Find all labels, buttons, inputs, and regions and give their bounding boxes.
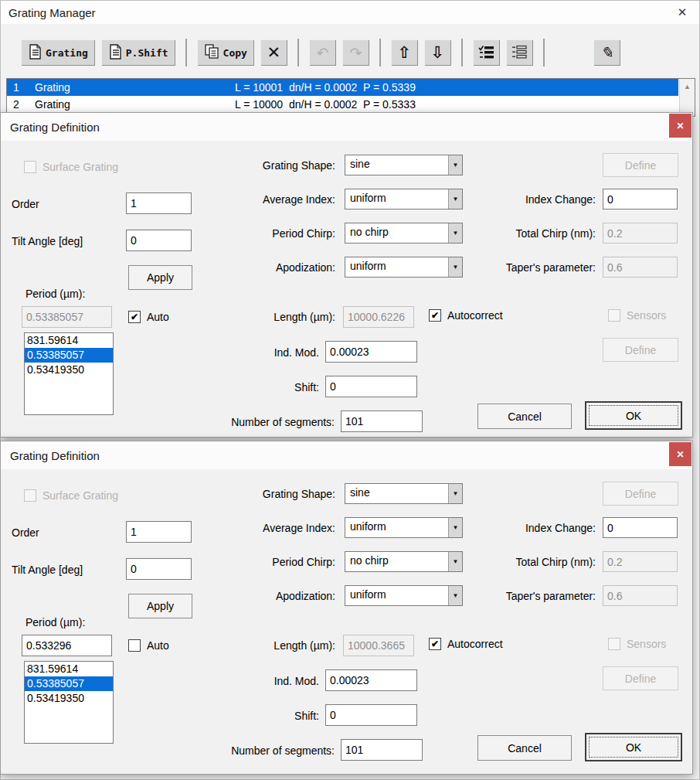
- period-chirp-select[interactable]: no chirp ▼: [345, 223, 463, 244]
- toolbar-separator: [543, 39, 545, 66]
- scrollbar[interactable]: ▲: [679, 79, 695, 116]
- period-option[interactable]: 0.53419350: [25, 363, 113, 377]
- chevron-down-icon[interactable]: ▼: [448, 484, 462, 503]
- checkbox-box[interactable]: ✔: [128, 311, 141, 323]
- grating-shape-select[interactable]: sine ▼: [345, 483, 463, 504]
- autocorrect-checkbox[interactable]: ✔ Autocorrect: [429, 309, 503, 322]
- window-title: Grating Manager: [8, 6, 96, 19]
- list-item[interactable]: 1 Grating L = 10001 dn/H = 0.0002 P = 0.…: [7, 79, 678, 96]
- tilt-angle-field[interactable]: [126, 230, 192, 251]
- period-field[interactable]: [22, 635, 112, 656]
- arrow-down-icon: ⇩: [431, 43, 445, 62]
- apply-button[interactable]: Apply: [128, 265, 192, 290]
- index-change-field[interactable]: [603, 517, 678, 538]
- grating-number: 2: [13, 98, 35, 111]
- length-field: [343, 635, 414, 656]
- grating-shape-value: sine: [345, 155, 448, 175]
- grating-button[interactable]: Grating: [21, 39, 95, 66]
- arrow-up-icon: ⇧: [398, 43, 412, 62]
- grating-definition-dialog: Grating Definition ✕ Surface Grating Gra…: [0, 441, 693, 775]
- auto-checkbox[interactable]: ✔ Auto: [128, 311, 169, 323]
- checkbox-box: [24, 489, 36, 502]
- title-bar: Grating Manager ✕: [1, 1, 699, 24]
- shift-field[interactable]: [325, 704, 417, 726]
- shift-field[interactable]: [325, 376, 417, 397]
- period-listbox[interactable]: 831.59614 0.53385057 0.53419350: [24, 332, 114, 415]
- list-button[interactable]: [506, 39, 533, 66]
- ok-label: OK: [626, 741, 641, 754]
- apodization-select[interactable]: uniform ▼: [345, 257, 463, 278]
- window-close-icon[interactable]: ✕: [665, 1, 699, 24]
- period-option[interactable]: 831.59614: [25, 662, 113, 676]
- sensors-checkbox: Sensors: [608, 638, 666, 650]
- apply-button[interactable]: Apply: [128, 594, 192, 618]
- list-item[interactable]: 2 Grating L = 10000 dn/H = 0.0002 P = 0.…: [7, 96, 678, 113]
- define-top-label: Define: [625, 159, 656, 172]
- period-field: [22, 306, 112, 328]
- edit-button[interactable]: ✎: [593, 39, 620, 66]
- apply-label: Apply: [147, 600, 174, 612]
- period-chirp-select[interactable]: no chirp ▼: [345, 551, 463, 572]
- define-bottom-label: Define: [625, 673, 656, 685]
- toolbar-separator: [185, 39, 187, 66]
- average-index-select[interactable]: uniform ▼: [345, 517, 463, 538]
- chevron-down-icon[interactable]: ▼: [448, 586, 462, 605]
- period-listbox[interactable]: 831.59614 0.53385057 0.53419350: [24, 661, 114, 744]
- toolbar-separator: [461, 39, 463, 66]
- period-label: Period (µm):: [25, 616, 85, 628]
- define-bottom-label: Define: [625, 344, 656, 356]
- dialog-close-button[interactable]: ✕: [669, 114, 692, 138]
- order-field[interactable]: [126, 192, 192, 214]
- move-down-button[interactable]: ⇩: [424, 39, 451, 66]
- apodization-label: Apodization:: [194, 590, 335, 602]
- ind-mod-field[interactable]: [325, 341, 417, 363]
- segments-field[interactable]: [341, 739, 423, 761]
- cancel-button[interactable]: Cancel: [477, 735, 572, 761]
- define-top-button: Define: [603, 482, 678, 506]
- chevron-down-icon[interactable]: ▼: [448, 189, 462, 209]
- average-index-select[interactable]: uniform ▼: [345, 189, 463, 209]
- taper-parameter-label: Taper's parameter:: [463, 261, 596, 274]
- tilt-angle-field[interactable]: [126, 558, 192, 580]
- toolbar-separator: [379, 39, 381, 66]
- apodization-value: uniform: [345, 257, 448, 277]
- chevron-down-icon[interactable]: ▼: [448, 552, 462, 571]
- grating-list: 1 Grating L = 10001 dn/H = 0.0002 P = 0.…: [6, 78, 695, 117]
- segments-field[interactable]: [341, 410, 423, 432]
- move-up-button[interactable]: ⇧: [391, 39, 418, 66]
- redo-icon: ↷: [349, 44, 362, 61]
- period-option[interactable]: 0.53419350: [25, 691, 113, 706]
- total-chirp-label: Total Chirp (nm):: [463, 556, 596, 568]
- checkbox-box[interactable]: [128, 639, 141, 652]
- dialog-close-button[interactable]: ✕: [669, 442, 692, 466]
- dialog-title: Grating Definition: [10, 449, 100, 462]
- ok-button[interactable]: OK: [585, 733, 682, 761]
- checklist-button[interactable]: [473, 39, 500, 66]
- pshift-button[interactable]: P.Shift: [101, 39, 175, 66]
- index-change-field[interactable]: [603, 189, 678, 209]
- ind-mod-field[interactable]: [325, 669, 417, 691]
- period-option[interactable]: 0.53385057: [25, 676, 113, 691]
- chevron-down-icon[interactable]: ▼: [448, 518, 462, 537]
- checkbox-box[interactable]: ✔: [429, 309, 441, 322]
- auto-checkbox[interactable]: Auto: [128, 639, 169, 652]
- check-icon: ✔: [131, 312, 138, 322]
- period-option[interactable]: 831.59614: [25, 333, 113, 348]
- dialog-title-bar: Grating Definition: [1, 113, 692, 141]
- apodization-select[interactable]: uniform ▼: [345, 585, 463, 606]
- order-field[interactable]: [126, 521, 192, 543]
- chevron-down-icon[interactable]: ▼: [448, 223, 462, 243]
- copy-button[interactable]: Copy: [197, 39, 254, 66]
- toolbar-separator: [297, 39, 299, 66]
- autocorrect-checkbox[interactable]: ✔ Autocorrect: [429, 638, 503, 650]
- delete-button[interactable]: ✕: [260, 39, 287, 66]
- checkbox-box[interactable]: ✔: [429, 638, 441, 650]
- grating-shape-select[interactable]: sine ▼: [345, 155, 463, 175]
- grating-definition-dialog: Grating Definition ✕ Surface Grating Gra…: [0, 112, 693, 438]
- ok-button[interactable]: OK: [585, 401, 682, 430]
- period-option[interactable]: 0.53385057: [25, 348, 113, 363]
- cancel-button[interactable]: Cancel: [477, 404, 572, 429]
- chevron-down-icon[interactable]: ▼: [448, 155, 462, 175]
- chevron-down-icon[interactable]: ▼: [448, 257, 462, 277]
- scroll-up-icon[interactable]: ▲: [680, 79, 695, 94]
